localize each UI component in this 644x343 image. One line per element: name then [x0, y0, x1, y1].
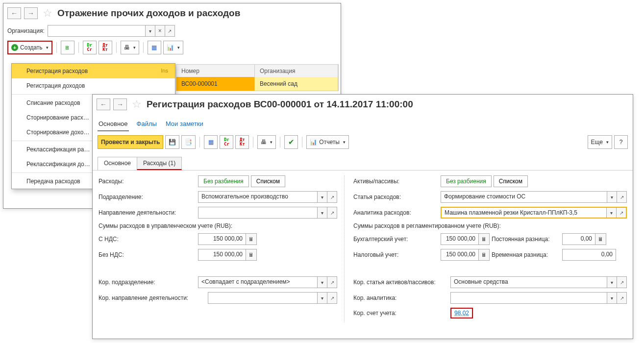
list-button[interactable]: Списком [251, 175, 285, 187]
open-icon[interactable]: ↗ [165, 25, 174, 36]
department-label: Подразделение: [99, 194, 194, 200]
subtab-main[interactable]: Основное [98, 157, 137, 170]
tax-field[interactable]: 150 000,00 🖩 [441, 249, 490, 261]
dropdown-icon[interactable]: ▾ [607, 277, 617, 288]
analytics-label: Аналитика расходов: [353, 209, 437, 216]
cell-number: ВС00-000001 [176, 77, 255, 91]
menu-item-register-income[interactable]: Регистрация доходов [12, 78, 175, 93]
favorite-icon[interactable]: ☆ [43, 7, 52, 20]
direction-label: Направление деятельности: [99, 209, 194, 216]
open-icon[interactable]: ↗ [617, 293, 626, 303]
help-button[interactable]: ? [614, 135, 628, 149]
reports-button[interactable]: 📊Отчеты▾ [306, 135, 348, 149]
dropdown-icon[interactable]: ▾ [317, 192, 327, 202]
calculator-icon[interactable]: 🖩 [478, 249, 489, 260]
menu-item-register-expenses[interactable]: Регистрация расходов Ins [12, 64, 175, 78]
with-vat-field[interactable]: 150 000,00 🖩 [198, 233, 257, 245]
dropdown-icon[interactable]: ▾ [317, 277, 327, 288]
cor-dept-combo[interactable]: <Совпадает с подразделением> ▾ ↗ [198, 276, 337, 288]
direction-combo[interactable]: ▾ ↗ [198, 207, 337, 219]
expense-item-combo[interactable]: Формирование стоимости ОС ▾ ↗ [441, 191, 627, 203]
cor-item-combo[interactable]: Основные средства ▾ ↗ [450, 276, 627, 288]
open-icon[interactable]: ↗ [327, 277, 337, 288]
grid-row[interactable]: ВС00-000001 Весенний сад [176, 77, 339, 91]
dropdown-icon[interactable]: ▾ [606, 208, 616, 218]
cor-item-label: Кор. статья активов/пассивов: [353, 279, 446, 286]
save-button[interactable]: 💾 [165, 135, 179, 149]
with-vat-label: С НДС: [99, 236, 194, 243]
cell-organization: Весенний сад [255, 77, 338, 91]
cor-account-label: Кор. счет учета: [353, 310, 446, 317]
copy-button[interactable]: 🗎 [61, 41, 74, 54]
print-button[interactable]: 🖶▾ [257, 135, 276, 149]
window-register-expenses: ← → ☆ Регистрация расходов ВС00-000001 о… [92, 94, 633, 339]
open-icon[interactable]: ↗ [616, 208, 626, 218]
create-button[interactable]: + Создать ▾ [7, 41, 52, 54]
calculator-icon[interactable]: 🖩 [478, 234, 489, 245]
subtab-expenses[interactable]: Расходы (1) [137, 157, 182, 170]
back-button[interactable]: ← [7, 7, 21, 19]
chevron-down-icon: ▾ [46, 45, 49, 50]
temp-diff-value: 0,00 [562, 249, 616, 261]
dropdown-icon[interactable]: ▾ [607, 293, 617, 303]
dropdown-icon[interactable]: ▾ [607, 192, 617, 202]
calculator-icon[interactable]: 🖩 [246, 234, 256, 245]
calculator-icon[interactable]: 🖩 [595, 234, 606, 245]
report-button[interactable]: 📊▾ [163, 41, 183, 54]
more-button[interactable]: Еще▾ [588, 135, 612, 149]
window-title: Регистрация расходов ВС00-000001 от 14.1… [147, 99, 413, 110]
no-break-button[interactable]: Без разбиения [441, 175, 492, 187]
dropdown-icon[interactable]: ▾ [317, 207, 327, 218]
analytics-combo[interactable]: Машина плазменной резки Кристалл-ППлКП-3… [441, 207, 627, 219]
tab-files[interactable]: Файлы [136, 117, 158, 131]
organization-combo[interactable]: ▾ × ↗ [48, 25, 175, 37]
open-icon[interactable]: ↗ [617, 277, 626, 288]
without-vat-label: Без НДС: [99, 251, 194, 258]
open-icon[interactable]: ↗ [327, 192, 337, 202]
open-icon[interactable]: ↗ [327, 207, 337, 218]
forward-button[interactable]: → [24, 7, 38, 19]
cor-dir-combo[interactable]: ▾ ↗ [208, 292, 337, 304]
tab-main[interactable]: Основное [98, 117, 129, 131]
no-break-button[interactable]: Без разбиения [198, 175, 249, 187]
dtkt-button[interactable]: ДтКт [235, 135, 249, 149]
tab-notes[interactable]: Мои заметки [165, 117, 204, 131]
perm-diff-label: Постоянная разница: [492, 236, 560, 243]
cor-analytics-combo[interactable]: ▾ ↗ [450, 292, 627, 304]
dtkt-button[interactable]: ДтКт [99, 41, 112, 54]
accounting-label: Бухгалтерский учет: [353, 236, 437, 243]
dropdown-icon[interactable]: ▾ [145, 25, 155, 36]
open-icon[interactable]: ↗ [617, 192, 626, 202]
structure-button[interactable]: ▦ [204, 135, 218, 149]
approve-button[interactable]: ✔ [284, 135, 298, 149]
cor-account-link[interactable]: 98.02 [450, 308, 473, 318]
back-button[interactable]: ← [97, 98, 110, 110]
expenses-label: Расходы: [99, 178, 194, 185]
window-title: Отражение прочих доходов и расходов [57, 8, 240, 19]
list-button[interactable]: Списком [494, 175, 528, 187]
grid-header: Номер Организация [176, 64, 339, 78]
post-and-close-button[interactable]: Провести и закрыть [98, 135, 163, 149]
drcr-button[interactable]: DrCr [83, 41, 97, 54]
cor-dept-label: Кор. подразделение: [99, 279, 194, 286]
expense-item-label: Статья расходов: [353, 194, 437, 200]
accounting-field[interactable]: 150 000,00 🖩 [441, 233, 490, 245]
drcr-button[interactable]: DrCr [220, 135, 233, 149]
sub-tabs: Основное Расходы (1) [93, 153, 633, 171]
without-vat-field[interactable]: 150 000,00 🖩 [198, 249, 257, 261]
perm-diff-field[interactable]: 0,00 🖩 [562, 233, 606, 245]
organization-label: Организация: [7, 27, 45, 34]
print-button[interactable]: 🖶▾ [121, 41, 139, 54]
open-icon[interactable]: ↗ [327, 293, 337, 303]
calculator-icon[interactable]: 🖩 [246, 249, 256, 260]
dropdown-icon[interactable]: ▾ [317, 293, 327, 303]
department-combo[interactable]: Вспомогательное производство ▾ ↗ [198, 191, 337, 203]
top-tabs: Основное Файлы Мои заметки [93, 114, 633, 131]
post-button[interactable]: 📑 [181, 135, 196, 149]
assets-liab-label: Активы/пассивы: [353, 178, 437, 185]
favorite-icon[interactable]: ☆ [132, 98, 142, 111]
structure-button[interactable]: ▦ [148, 41, 161, 54]
clear-icon[interactable]: × [155, 25, 165, 36]
temp-diff-label: Временная разница: [492, 251, 560, 258]
forward-button[interactable]: → [113, 98, 127, 110]
